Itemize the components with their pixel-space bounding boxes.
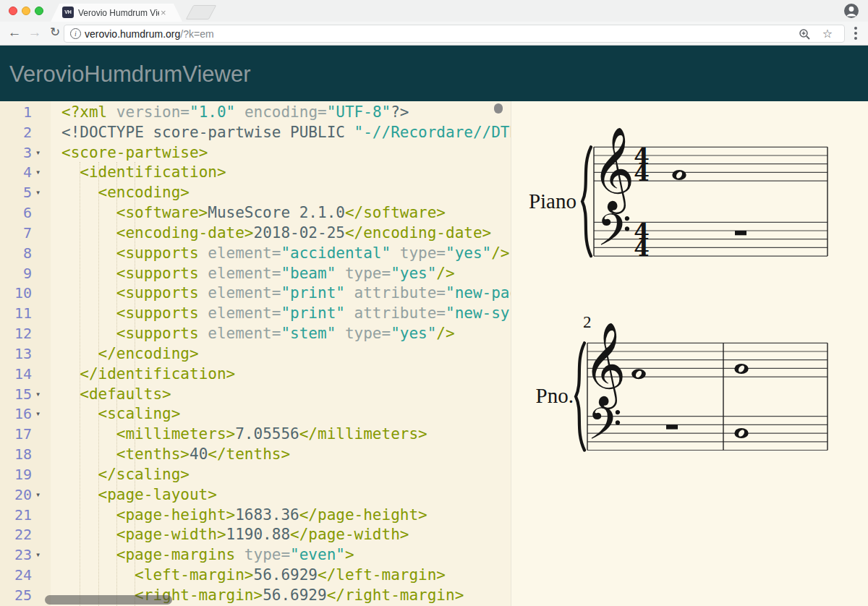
staff-group-label: Piano <box>529 189 576 213</box>
whole-rest[interactable] <box>735 231 746 235</box>
treble-clef: 𝄞 <box>592 126 634 215</box>
fold-arrow-icon[interactable]: ▾ <box>35 162 41 182</box>
code-line[interactable]: 21<page-height>1683.36</page-height> <box>0 505 511 525</box>
whole-note[interactable] <box>672 170 686 180</box>
fold-arrow-icon[interactable]: ▾ <box>35 485 41 505</box>
xml-code-editor[interactable]: 1<?xml version="1.0" encoding="UTF-8"?>2… <box>0 101 511 606</box>
line-number: 12 <box>0 323 32 343</box>
code-line[interactable]: 5▾<encoding> <box>0 182 511 202</box>
whole-rest[interactable] <box>666 424 678 429</box>
line-number: 21 <box>0 505 32 525</box>
code-line[interactable]: 12<supports element="stem" type="yes"/> <box>0 323 511 343</box>
code-text: <identification> <box>80 162 226 182</box>
code-line[interactable]: 9<supports element="beam" type="yes"/> <box>0 263 511 283</box>
line-number: 22 <box>0 524 32 545</box>
line-number: 3 <box>0 142 32 163</box>
line-number: 13 <box>0 343 32 364</box>
line-number: 18 <box>0 444 32 464</box>
window-minimize-button[interactable] <box>22 7 30 15</box>
code-line[interactable]: 22<page-width>1190.88</page-width> <box>0 524 511 545</box>
code-text: </identification> <box>80 364 235 384</box>
code-line[interactable]: 15▾<defaults> <box>0 384 511 404</box>
url-host: verovio.humdrum.org <box>85 28 180 40</box>
bookmark-star-icon[interactable]: ☆ <box>822 27 833 40</box>
code-line[interactable]: 10<supports element="print" attribute="n… <box>0 283 511 303</box>
line-number: 9 <box>0 263 32 283</box>
line-number: 7 <box>0 223 32 243</box>
code-line[interactable]: 3▾<score-partwise> <box>0 142 511 163</box>
line-number: 25 <box>0 585 32 605</box>
code-text: <!DOCTYPE score-partwise PUBLIC "-//Reco… <box>61 122 511 142</box>
rendered-score: Piano𝄞𝄢4444Pno.2𝄞𝄢 <box>511 101 868 606</box>
fold-arrow-icon[interactable]: ▾ <box>35 142 41 163</box>
tab-favicon-icon: VH <box>62 7 74 18</box>
page-info-icon[interactable]: i <box>70 28 81 39</box>
code-text: <defaults> <box>80 384 171 404</box>
code-line[interactable]: 19</scaling> <box>0 464 511 485</box>
fold-arrow-icon[interactable]: ▾ <box>35 182 41 202</box>
whole-note[interactable] <box>631 369 645 379</box>
line-number: 6 <box>0 202 32 223</box>
code-text: <page-width>1190.88</page-width> <box>116 524 409 545</box>
line-number: 20 <box>0 485 32 505</box>
code-line[interactable]: 1<?xml version="1.0" encoding="UTF-8"?> <box>0 102 511 122</box>
time-signature-denominator: 4 <box>634 235 650 261</box>
fold-arrow-icon[interactable]: ▾ <box>35 545 41 565</box>
code-line[interactable]: 8<supports element="accidental" type="ye… <box>0 243 511 263</box>
code-text: </scaling> <box>98 464 190 485</box>
code-text: <scaling> <box>98 404 181 424</box>
line-number: 23 <box>0 545 32 565</box>
forward-button: → <box>26 25 43 40</box>
zoom-page-icon[interactable] <box>799 28 811 43</box>
code-line[interactable]: 6<software>MuseScore 2.1.0</software> <box>0 202 511 223</box>
reload-button[interactable]: ↻ <box>46 25 64 40</box>
new-tab-button[interactable] <box>186 5 217 20</box>
line-number: 16 <box>0 404 32 424</box>
code-text: <millimeters>7.05556</millimeters> <box>116 424 427 444</box>
url-path: /?k=em <box>180 28 213 40</box>
browser-tabstrip: VH Verovio Humdrum Viewer × <box>0 0 868 22</box>
code-line[interactable]: 2<!DOCTYPE score-partwise PUBLIC "-//Rec… <box>0 122 511 142</box>
code-line[interactable]: 11<supports element="print" attribute="n… <box>0 303 511 323</box>
line-number: 8 <box>0 243 32 263</box>
browser-menu-icon[interactable] <box>854 27 857 42</box>
code-line[interactable]: 16▾<scaling> <box>0 404 511 424</box>
browser-tab[interactable]: VH Verovio Humdrum Viewer × <box>51 4 182 22</box>
treble-clef: 𝄞 <box>583 321 626 410</box>
fold-arrow-icon[interactable]: ▾ <box>35 384 41 404</box>
line-number: 19 <box>0 464 32 485</box>
code-text: <supports element="stem" type="yes"/> <box>116 323 455 343</box>
code-line[interactable]: 18<tenths>40</tenths> <box>0 444 511 464</box>
back-button[interactable]: ← <box>6 25 23 40</box>
line-number: 17 <box>0 424 32 444</box>
code-line[interactable]: 7<encoding-date>2018-02-25</encoding-dat… <box>0 223 511 243</box>
code-text: <supports element="accidental" type="yes… <box>116 243 510 263</box>
whole-note[interactable] <box>734 364 748 374</box>
bass-clef: 𝄢 <box>587 398 622 460</box>
code-text: <left-margin>56.6929</left-margin> <box>135 565 446 585</box>
horizontal-scrollbar-thumb[interactable] <box>45 595 172 605</box>
code-text: <encoding-date>2018-02-25</encoding-date… <box>116 223 491 243</box>
line-number: 14 <box>0 364 32 384</box>
line-number: 11 <box>0 303 32 323</box>
code-line[interactable]: 13</encoding> <box>0 343 511 364</box>
code-line[interactable]: 14</identification> <box>0 364 511 384</box>
profile-avatar-icon[interactable] <box>843 3 859 19</box>
window-close-button[interactable] <box>9 7 17 15</box>
fold-arrow-icon[interactable]: ▾ <box>35 404 41 424</box>
code-text: <software>MuseScore 2.1.0</software> <box>116 202 446 223</box>
code-line[interactable]: 4▾<identification> <box>0 162 511 182</box>
whole-note[interactable] <box>734 428 748 438</box>
code-line[interactable]: 24<left-margin>56.6929</left-margin> <box>0 565 511 585</box>
notation-pane[interactable]: Piano𝄞𝄢4444Pno.2𝄞𝄢 <box>511 101 868 606</box>
time-signature-denominator: 4 <box>634 160 650 186</box>
code-line[interactable]: 23▾<page-margins type="even"> <box>0 545 511 565</box>
code-line[interactable]: 17<millimeters>7.05556</millimeters> <box>0 424 511 444</box>
address-bar[interactable]: i verovio.humdrum.org/?k=em ☆ <box>64 25 845 43</box>
code-text: </encoding> <box>98 343 199 364</box>
vertical-scrollbar-thumb[interactable] <box>494 103 503 114</box>
code-line[interactable]: 20▾<page-layout> <box>0 485 511 505</box>
code-text: <page-layout> <box>98 485 217 505</box>
tab-close-icon[interactable]: × <box>161 7 166 18</box>
window-zoom-button[interactable] <box>35 7 43 15</box>
